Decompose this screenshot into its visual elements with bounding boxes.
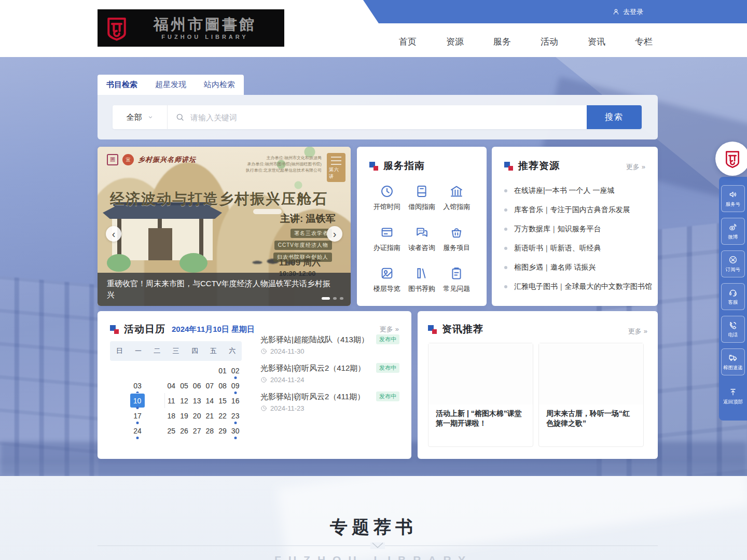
resources-more-link[interactable]: 更多»	[626, 162, 645, 172]
weekday-label: 三	[167, 346, 185, 356]
resource-item[interactable]: 在线讲座|一本书 一个人 一座城	[504, 181, 645, 200]
calendar-more-link[interactable]: 更多»	[380, 325, 399, 334]
carousel-next-button[interactable]: ›	[327, 226, 342, 242]
news-card[interactable]: 活动上新 | “榕图木棉”课堂第一期开课啦！	[428, 343, 533, 447]
calendar-day[interactable]: 06	[190, 378, 203, 393]
service-item-borrow-book[interactable]: 借阅指南	[404, 184, 439, 212]
service-item-floor-map[interactable]: 楼层导览	[369, 266, 404, 293]
calendar-day[interactable]: 21	[203, 408, 216, 423]
calendar-day[interactable]: 22	[216, 408, 229, 423]
library-seal-icon	[722, 148, 743, 169]
event-dot	[234, 437, 237, 439]
toolbar-weibo-button[interactable]: 微博	[721, 218, 745, 245]
event-item[interactable]: 光影驿站|窃听风云2（411期）发布中2024-11-23	[260, 391, 399, 412]
calendar-day[interactable]: 17	[110, 408, 165, 423]
nav-item[interactable]: 资讯	[588, 36, 605, 48]
back-to-top-button[interactable]: 返回顶部	[721, 383, 745, 410]
toolbar-truck-button[interactable]: 榕图速递	[721, 348, 745, 375]
calendar-day[interactable]: 14	[203, 393, 216, 408]
toolbar-headset-button[interactable]: 客服	[721, 283, 745, 310]
toolbar-subscription-button[interactable]: 订阅号	[721, 250, 745, 277]
calendar-day[interactable]: 10	[110, 393, 165, 408]
calendar-day[interactable]: 24	[110, 423, 165, 438]
calendar-day[interactable]: 12	[178, 393, 191, 408]
service-item-faq-board[interactable]: 常见问题	[439, 266, 474, 293]
search-tab[interactable]: 站内检索	[195, 75, 244, 95]
calendar-day[interactable]: 27	[190, 423, 203, 438]
calendar-day[interactable]: 16	[229, 393, 242, 408]
search-tab[interactable]: 书目检索	[98, 75, 146, 95]
calendar-day[interactable]: 09	[229, 378, 242, 393]
event-item[interactable]: 光影驿站|窃听风云2（412期）发布中2024-11-24	[260, 362, 399, 384]
calendar-day[interactable]: 08	[216, 378, 229, 393]
calendar-day[interactable]: 30	[229, 423, 242, 438]
resources-panel: 推荐资源 更多» 在线讲座|一本书 一个人 一座城库客音乐｜专注于国内古典音乐发…	[492, 147, 658, 306]
service-item-clock[interactable]: 开馆时间	[369, 184, 404, 212]
calendar-day[interactable]: 19	[178, 408, 191, 423]
watermark-text: FUZHOU LIBRARY	[0, 554, 747, 560]
toolbar-phone-button[interactable]: 电话	[721, 316, 745, 343]
calendar-day[interactable]: 18	[165, 408, 178, 423]
resource-item[interactable]: 汇雅电子图书｜全球最大的中文数字图书馆	[504, 277, 645, 296]
calendar-day[interactable]: 01	[216, 363, 229, 378]
museum-icon	[449, 184, 464, 199]
calendar-day[interactable]: 15	[216, 393, 229, 408]
calendar-day[interactable]: 26	[178, 423, 191, 438]
carousel-dots	[322, 297, 343, 300]
footer-section: 专题荐书 FUZHOU LIBRARY	[0, 476, 747, 560]
service-item-basket[interactable]: 服务项目	[439, 225, 474, 253]
calendar-day[interactable]: 23	[229, 408, 242, 423]
calendar-day[interactable]: 04	[165, 378, 178, 393]
calendar-day[interactable]: 11	[165, 393, 178, 408]
faq-board-icon	[449, 266, 464, 281]
toolbar-logo[interactable]	[715, 142, 747, 176]
site-logo[interactable]: 福州市圖書館 FUZHOU LIBRARY	[98, 9, 284, 47]
nav-item[interactable]: 活动	[541, 36, 558, 48]
resource-item[interactable]: 榕图乡遇｜邀名师 话振兴	[504, 258, 645, 277]
nav-item[interactable]: 首页	[399, 36, 417, 48]
calendar-day[interactable]: 20	[190, 408, 203, 423]
news-card[interactable]: 周末来古厝，聆听一场“红色旋律之歌”	[538, 343, 644, 447]
search-button[interactable]: 搜索	[587, 105, 642, 129]
lecture-number-badge: 第六讲	[327, 153, 345, 182]
calendar-panel: 活动日历 2024年11月10日 星期日 更多» 日一二三四五六 0102030…	[98, 311, 411, 459]
basket-icon	[449, 225, 464, 240]
calendar-day[interactable]: 28	[203, 423, 216, 438]
event-item[interactable]: 光影驿站|超能陆战队（413期）发布中2024-11-30	[260, 334, 399, 355]
news-title: 资讯推荐	[428, 323, 647, 336]
service-item-id-card[interactable]: 办证指南	[369, 225, 404, 253]
carousel-dot[interactable]	[333, 297, 337, 300]
resource-item[interactable]: 万方数据库｜知识服务平台	[504, 219, 645, 239]
resource-item[interactable]: 新语听书｜听新语、听经典	[504, 239, 645, 258]
resource-item[interactable]: 库客音乐｜专注于国内古典音乐发展	[504, 200, 645, 219]
calendar-day[interactable]: 25	[165, 423, 178, 438]
service-item-museum[interactable]: 入馆指南	[439, 184, 474, 212]
nav-item[interactable]: 资源	[446, 36, 464, 48]
calendar-day[interactable]: 13	[190, 393, 203, 408]
calendar-day[interactable]: 02	[229, 363, 242, 378]
login-button[interactable]: 去登录	[612, 0, 643, 23]
nav-item[interactable]: 专栏	[635, 36, 653, 48]
carousel-dot[interactable]	[322, 297, 330, 300]
search-input[interactable]	[168, 105, 587, 129]
truck-icon	[728, 353, 738, 362]
calendar-day[interactable]: 07	[203, 378, 216, 393]
carousel[interactable]: 圖 宣 乡村振兴名师讲坛 主办单位:福州市文化和旅游局承办单位:福州市图书馆(福…	[98, 147, 351, 306]
nav-item[interactable]: 服务	[493, 36, 511, 48]
service-item-chat[interactable]: 读者咨询	[404, 225, 439, 253]
calendar-day[interactable]: 05	[178, 378, 191, 393]
news-more-link[interactable]: 更多»	[628, 327, 647, 336]
event-list: 光影驿站|超能陆战队（413期）发布中2024-11-30光影驿站|窃听风云2（…	[260, 334, 399, 419]
carousel-prev-button[interactable]: ‹	[106, 226, 121, 242]
calendar-day[interactable]: 03	[110, 378, 165, 393]
service-item-books[interactable]: 图书荐购	[404, 266, 439, 293]
toolbar-speaker-button[interactable]: 服务号	[721, 185, 745, 212]
calendar-day[interactable]: 29	[216, 423, 229, 438]
carousel-dot[interactable]	[340, 297, 343, 300]
calendar-blank	[110, 363, 165, 378]
panel-logo-icon	[369, 162, 378, 171]
search-category-select[interactable]: 全部	[113, 105, 168, 129]
carousel-caption[interactable]: 重磅收官！周末来市图，与CCTV年度经济人物温铁军共话乡村振兴	[98, 273, 351, 306]
weekday-label: 日	[110, 346, 129, 356]
search-tab[interactable]: 超星发现	[146, 75, 195, 95]
